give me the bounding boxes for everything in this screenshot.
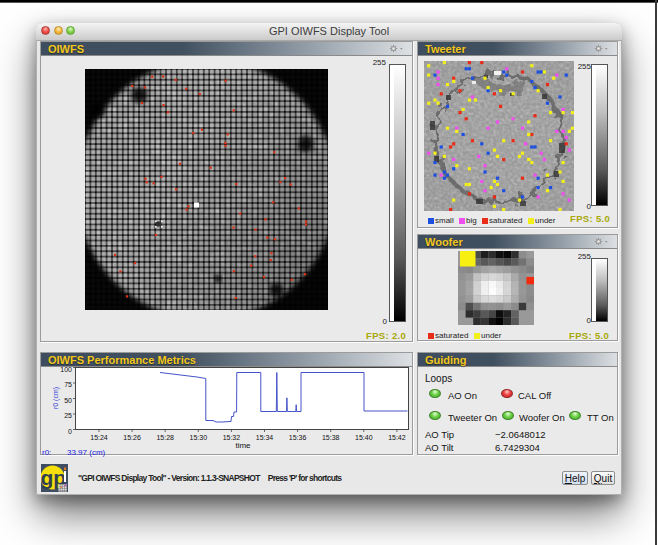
svg-text:15:36: 15:36 bbox=[289, 434, 307, 441]
svg-text:75: 75 bbox=[64, 381, 72, 388]
svg-text:time: time bbox=[235, 441, 251, 450]
svg-text:15:34: 15:34 bbox=[256, 434, 274, 441]
svg-text:15:24: 15:24 bbox=[90, 434, 108, 441]
svg-text:15:26: 15:26 bbox=[123, 434, 141, 441]
svg-text:50: 50 bbox=[64, 397, 72, 404]
svg-text:15:28: 15:28 bbox=[156, 434, 174, 441]
svg-text:100: 100 bbox=[60, 366, 72, 373]
svg-text:15:40: 15:40 bbox=[355, 434, 373, 441]
svg-text:15:32: 15:32 bbox=[223, 434, 241, 441]
svg-text:15:42: 15:42 bbox=[388, 434, 406, 441]
svg-text:15:30: 15:30 bbox=[190, 434, 208, 441]
svg-text:0: 0 bbox=[68, 428, 72, 435]
svg-text:15:38: 15:38 bbox=[322, 434, 340, 441]
svg-text:25: 25 bbox=[64, 412, 72, 419]
svg-text:r0 (cm): r0 (cm) bbox=[52, 387, 60, 409]
